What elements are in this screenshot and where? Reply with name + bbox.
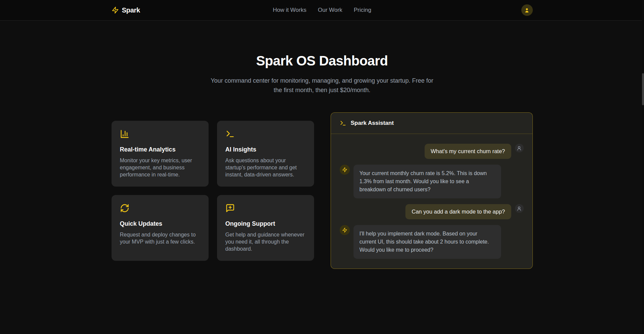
chat-message-user: What's my current churn rate?	[340, 144, 524, 159]
nav-link-how-it-works[interactable]: How it Works	[273, 7, 306, 13]
feature-card: Real-time Analytics Monitor your key met…	[112, 121, 209, 187]
feature-card-title: Real-time Analytics	[120, 146, 200, 153]
chat-message-assistant: Your current monthly churn rate is 5.2%.…	[340, 165, 524, 198]
user-avatar	[515, 204, 524, 213]
chat-message-list: What's my current churn rate? Your curre…	[331, 134, 532, 269]
page-scrollbar-thumb[interactable]	[642, 73, 644, 105]
feature-card-title: AI Insights	[225, 146, 306, 153]
user-message-bubble: What's my current churn rate?	[425, 144, 511, 159]
brand-name: Spark	[122, 6, 140, 14]
chat-message-assistant: I'll help you implement dark mode. Based…	[340, 225, 524, 259]
page: Spark How it WorksOur WorkPricing Spark …	[0, 0, 644, 334]
feature-card-grid: Real-time Analytics Monitor your key met…	[112, 121, 314, 261]
feature-card: Ongoing Support Get help and guidance wh…	[217, 195, 314, 261]
user-avatar	[515, 144, 524, 152]
nav-link-pricing[interactable]: Pricing	[354, 7, 371, 13]
zap-icon	[112, 6, 119, 14]
assistant-avatar	[340, 165, 350, 175]
chat-message-user: Can you add a dark mode to the app?	[340, 204, 524, 219]
content-row: Real-time Analytics Monitor your key met…	[112, 112, 533, 269]
zap-icon	[342, 227, 347, 233]
user-outline-icon	[517, 206, 522, 211]
page-title: Spark OS Dashboard	[0, 53, 644, 68]
feature-card-description: Get help and guidance whenever you need …	[225, 231, 306, 252]
user-message-bubble: Can you add a dark mode to the app?	[405, 204, 511, 219]
bar-chart-icon	[120, 129, 200, 139]
account-avatar-button[interactable]	[521, 4, 533, 16]
assistant-panel-title: Spark Assistant	[351, 120, 394, 127]
page-subtitle: Your command center for monitoring, mana…	[206, 76, 438, 95]
assistant-message-bubble: I'll help you implement dark mode. Based…	[354, 225, 501, 259]
message-square-plus-icon	[225, 203, 306, 213]
refresh-icon	[120, 203, 200, 213]
page-scrollbar-track[interactable]	[642, 0, 644, 334]
user-outline-icon	[517, 146, 522, 151]
user-filled-icon	[524, 7, 530, 13]
top-nav-bar: Spark How it WorksOur WorkPricing	[0, 0, 644, 21]
terminal-icon	[225, 129, 306, 139]
feature-card-title: Ongoing Support	[225, 220, 306, 227]
assistant-avatar	[340, 225, 350, 235]
zap-icon	[342, 167, 347, 172]
nav-link-our-work[interactable]: Our Work	[318, 7, 342, 13]
terminal-icon	[340, 120, 346, 127]
assistant-message-bubble: Your current monthly churn rate is 5.2%.…	[354, 165, 501, 198]
assistant-panel-header: Spark Assistant	[331, 113, 532, 134]
feature-card: AI Insights Ask questions about your sta…	[217, 121, 314, 187]
feature-card-description: Request and deploy changes to your MVP w…	[120, 231, 200, 245]
brand-logo[interactable]: Spark	[112, 6, 140, 14]
feature-card-description: Monitor your key metrics, user engagemen…	[120, 157, 200, 178]
main-nav: How it WorksOur WorkPricing	[273, 7, 371, 13]
feature-card-description: Ask questions about your startup's perfo…	[225, 157, 306, 178]
feature-card: Quick Updates Request and deploy changes…	[112, 195, 209, 261]
feature-card-title: Quick Updates	[120, 220, 200, 227]
hero-section: Spark OS Dashboard Your command center f…	[0, 21, 644, 95]
spark-assistant-panel: Spark Assistant What's my current churn …	[331, 112, 533, 269]
